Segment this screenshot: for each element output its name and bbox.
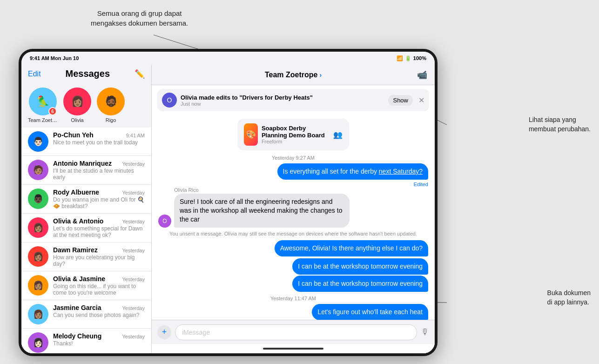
close-notification-button[interactable]: ✕ xyxy=(418,96,424,105)
doc-share-icon: 👥 xyxy=(333,130,343,139)
callout-top: Semua orang di grup dapat mengakses doku… xyxy=(91,8,188,28)
pinned-item-olivia[interactable]: 👩🏽 Olivia xyxy=(63,88,91,123)
conv-preview: Thanks! xyxy=(53,340,145,347)
conversation-list: 👨🏻 Po-Chun Yeh 9:41 AM Nice to meet you … xyxy=(21,128,151,353)
msg-bubble: I can be at the workshop tomorrow evenin… xyxy=(292,258,428,275)
conv-item-olivia-jasmine[interactable]: 👩🏽 Olivia & Jasmine Yesterday Going on t… xyxy=(21,271,151,300)
conv-time: Yesterday xyxy=(122,305,145,311)
conv-preview: I'll be at the studio a few minutes earl… xyxy=(53,168,145,181)
notification-banner: O Olivia made edits to "Drivers for Derb… xyxy=(157,89,429,111)
msg-row-sent-5: Let's figure out who'll take each heat xyxy=(158,304,428,320)
msg-bubble-recv: Sure! I took care of all the engineering… xyxy=(174,194,350,228)
msg-timestamp-2: Yesterday 11:47 AM xyxy=(158,296,428,301)
wifi-icon: 📶 xyxy=(397,55,403,61)
shared-doc-card-top[interactable]: 🎨 Soapbox Derby Planning Demo Board Free… xyxy=(237,119,349,150)
conv-preview: Do you wanna join me and Oli for 🍳 🧇 bre… xyxy=(53,196,145,209)
chat-title: Team Zoetrope › xyxy=(265,71,322,79)
video-call-button[interactable]: 📹 xyxy=(417,70,427,80)
conv-avatar-antonio: 🧑🏽 xyxy=(28,160,48,180)
conv-name: Olivia & Antonio xyxy=(53,217,103,225)
conv-time: Yesterday xyxy=(122,219,145,224)
conv-item-dawn[interactable]: 👩🏽 Dawn Ramirez Yesterday How are you ce… xyxy=(21,243,151,271)
conv-time: Yesterday xyxy=(122,334,145,339)
msg-sender-name: Olivia Rico xyxy=(174,187,428,193)
pinned-name-rigo: Rigo xyxy=(106,117,116,123)
avatar-badge: 6 xyxy=(48,107,57,115)
msg-bubble: Let's figure out who'll take each heat xyxy=(312,304,428,320)
conv-avatar-pochun: 👨🏻 xyxy=(28,131,48,152)
battery-icon: 🔋 xyxy=(405,55,411,61)
status-bar: 9:41 AM Mon Jun 10 📶 🔋 100% xyxy=(21,52,435,65)
main-content: Edit Messages ✏️ 🦜 6 Team Zoetrope xyxy=(21,65,435,353)
conv-time: Yesterday xyxy=(122,190,145,195)
conv-avatar-olivia-jasmine: 👩🏽 xyxy=(28,275,48,296)
messages-area: 🎨 Soapbox Derby Planning Demo Board Free… xyxy=(152,115,435,320)
message-input[interactable]: iMessage xyxy=(175,324,417,340)
compose-button[interactable]: ✏️ xyxy=(135,69,145,79)
conv-item-melody[interactable]: 👩🏻 Melody Cheung Yesterday Thanks! xyxy=(21,329,151,353)
more-dots[interactable]: ··· xyxy=(287,65,299,66)
notif-avatar: O xyxy=(162,93,177,108)
chat-area: ··· Team Zoetrope › 📹 O Olivia made edit… xyxy=(152,65,435,353)
conv-item-pochun[interactable]: 👨🏻 Po-Chun Yeh 9:41 AM Nice to meet you … xyxy=(21,128,151,156)
add-attachment-button[interactable]: + xyxy=(157,325,171,339)
chat-header: ··· Team Zoetrope › 📹 xyxy=(152,65,435,85)
input-placeholder: iMessage xyxy=(182,329,210,336)
conv-name-dawn: Dawn Ramirez xyxy=(53,246,98,254)
conv-item-rody[interactable]: 👨🏿 Rody Albuerne Yesterday Do you wanna … xyxy=(21,185,151,214)
msg-row-sent-3: I can be at the workshop tomorrow evenin… xyxy=(158,258,428,275)
conv-time: Yesterday xyxy=(122,161,145,167)
conv-name: Rody Albuerne xyxy=(53,189,99,196)
conv-item-olivia-antonio[interactable]: 👩🏽 Olivia & Antonio Yesterday Let's do s… xyxy=(21,214,151,243)
home-indicator xyxy=(152,344,435,353)
msg-bubble: Awesome, Olivia! Is there anything else … xyxy=(275,240,428,256)
edit-button[interactable]: Edit xyxy=(28,70,41,78)
conv-preview: Can you send those photos again? xyxy=(53,312,145,318)
pinned-item-team-zoetrope[interactable]: 🦜 6 Team Zoetrope xyxy=(28,88,58,123)
status-time: 9:41 AM Mon Jun 10 xyxy=(30,55,79,61)
recv-avatar: O xyxy=(158,215,171,228)
chevron-right-icon: › xyxy=(319,71,322,79)
sidebar-title: Messages xyxy=(41,68,135,79)
msg-bubble: Is everything all set for the derby next… xyxy=(277,163,428,180)
msg-row-sent-4: I can be at the workshop tomorrow evenin… xyxy=(158,276,428,292)
conv-name: Antonio Manriquez xyxy=(53,160,112,167)
conv-avatar-jasmine: 👩🏽 xyxy=(28,304,48,324)
home-bar xyxy=(263,348,323,350)
msg-edited-label: Edited xyxy=(158,182,428,187)
show-button[interactable]: Show xyxy=(388,95,413,106)
conv-time: 9:41 AM xyxy=(126,133,145,138)
conv-name: Olivia & Jasmine xyxy=(53,275,105,283)
microphone-button[interactable]: 🎙 xyxy=(421,327,429,337)
conv-item-antonio[interactable]: 🧑🏽 Antonio Manriquez Yesterday I'll be a… xyxy=(21,156,151,185)
msg-row-sent-1: Is everything all set for the derby next… xyxy=(158,163,428,180)
unsent-notice: You unsent a message. Olivia may still s… xyxy=(158,230,428,237)
msg-timestamp-1: Yesterday 9:27 AM xyxy=(158,155,428,161)
conv-avatar-olivia-antonio: 👩🏽 xyxy=(28,217,48,238)
conv-preview: Let's do something special for Dawn at t… xyxy=(53,225,145,238)
callout-right1: Lihat siapa yang membuat perubahan. xyxy=(529,115,591,134)
doc-title: Soapbox Derby Planning Demo Board xyxy=(262,125,330,139)
conv-avatar-melody: 👩🏻 xyxy=(28,332,48,353)
msg-bubble: I can be at the workshop tomorrow evenin… xyxy=(292,276,428,292)
doc-app: Freeform xyxy=(262,139,330,144)
conv-name: Melody Cheung xyxy=(53,332,101,340)
conv-name: Po-Chun Yeh xyxy=(53,131,94,139)
pinned-name-team-zoetrope: Team Zoetrope xyxy=(28,117,58,123)
conv-time-dawn: Yesterday xyxy=(122,248,145,253)
conv-item-jasmine[interactable]: 👩🏽 Jasmine Garcia Yesterday Can you send… xyxy=(21,300,151,329)
conv-preview: Nice to meet you on the trail today xyxy=(53,139,145,146)
avatar-rigo: 🧔🏾 xyxy=(97,88,125,115)
conv-preview: Going on this ride... if you want to com… xyxy=(53,283,145,296)
msg-row-sent-2: Awesome, Olivia! Is there anything else … xyxy=(158,240,428,256)
msg-row-recv-1: O Sure! I took care of all the engineeri… xyxy=(158,194,428,228)
ipad-screen: 9:41 AM Mon Jun 10 📶 🔋 100% Edit Message… xyxy=(21,52,435,353)
input-bar: + iMessage 🎙 xyxy=(152,320,435,344)
sidebar-header: Edit Messages ✏️ xyxy=(21,65,151,85)
avatar-olivia: 👩🏽 xyxy=(63,88,91,115)
conv-preview-dawn: How are you celebrating your big day? xyxy=(53,254,145,267)
conv-name: Jasmine Garcia xyxy=(53,304,101,311)
status-right-icons: 📶 🔋 100% xyxy=(397,55,426,61)
pinned-contacts-row: 🦜 6 Team Zoetrope 👩🏽 Olivia xyxy=(21,85,151,128)
pinned-item-rigo[interactable]: 🧔🏾 Rigo xyxy=(97,88,125,123)
